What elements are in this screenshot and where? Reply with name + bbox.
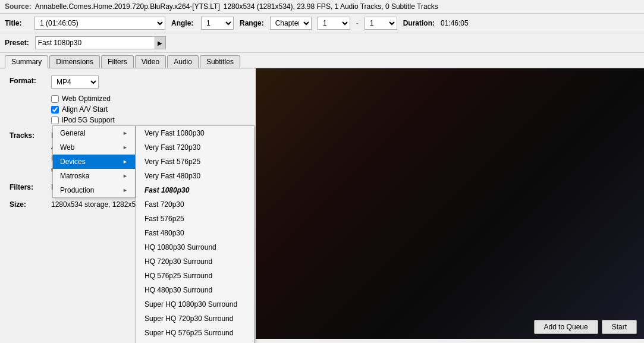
preview-image bbox=[256, 68, 644, 339]
preset-vf720[interactable]: Very Fast 720p30 bbox=[136, 140, 254, 155]
size-label: Size: bbox=[10, 199, 51, 209]
range-label: Range: bbox=[240, 19, 264, 27]
menu-item-production[interactable]: Production ► bbox=[53, 183, 135, 197]
format-row: Format: MP4 Web Optimized Align A/V Star… bbox=[10, 75, 246, 124]
preset-vf1080[interactable]: Very Fast 1080p30 bbox=[136, 126, 254, 140]
tab-summary[interactable]: Summary bbox=[5, 55, 48, 68]
tracks-label: Tracks: bbox=[10, 130, 51, 140]
preset-vf480[interactable]: Very Fast 480p30 bbox=[136, 169, 254, 183]
preset-input-wrap: ▶ bbox=[35, 36, 166, 49]
web-arrow-icon: ► bbox=[122, 144, 128, 150]
ipod-input[interactable] bbox=[51, 117, 59, 124]
checkbox-group: Web Optimized Align A/V Start iPod 5G Su… bbox=[51, 95, 115, 124]
matroska-arrow-icon: ► bbox=[122, 173, 128, 179]
angle-label: Angle: bbox=[171, 19, 195, 27]
tab-filters[interactable]: Filters bbox=[101, 55, 134, 68]
tabs-row: Summary Dimensions Filters Video Audio S… bbox=[0, 53, 644, 68]
preset-f720[interactable]: Fast 720p30 bbox=[136, 197, 254, 212]
production-arrow-icon: ► bbox=[122, 187, 128, 193]
preset-input[interactable] bbox=[36, 37, 155, 49]
preset-vf576[interactable]: Very Fast 576p25 bbox=[136, 155, 254, 169]
tab-subtitles[interactable]: Subtitles bbox=[200, 55, 240, 68]
format-controls: MP4 Web Optimized Align A/V Start iPod 5… bbox=[51, 75, 115, 124]
filters-label: Filters: bbox=[10, 182, 51, 191]
duration-label: Duration: bbox=[403, 19, 435, 27]
add-to-queue-button[interactable]: Add to Queue bbox=[534, 320, 598, 334]
format-select[interactable]: MP4 bbox=[51, 75, 99, 89]
range-to-select[interactable]: 1 bbox=[365, 17, 397, 30]
format-label: Format: bbox=[10, 75, 51, 85]
title-select[interactable]: 1 (01:46:05) bbox=[34, 17, 165, 30]
general-arrow-icon: ► bbox=[122, 130, 128, 136]
source-label: Source: bbox=[5, 2, 32, 11]
tab-video[interactable]: Video bbox=[135, 55, 166, 68]
preset-row: Preset: ▶ bbox=[0, 33, 644, 53]
menu-item-devices[interactable]: Devices ► bbox=[53, 155, 135, 169]
preset-shq1080[interactable]: Super HQ 1080p30 Surround bbox=[136, 297, 254, 311]
start-button[interactable]: Start bbox=[602, 320, 637, 334]
bottom-bar: Add to Queue Start bbox=[534, 320, 637, 334]
preview-area bbox=[256, 68, 644, 339]
preset-shq576[interactable]: Super HQ 576p25 Surround bbox=[136, 326, 254, 340]
preset-menu-level1: General ► Web ► Devices ► Matroska ► Pro… bbox=[52, 125, 136, 198]
preset-hq720[interactable]: HQ 720p30 Surround bbox=[136, 254, 254, 269]
preset-arrow-button[interactable]: ▶ bbox=[155, 37, 165, 49]
ipod-checkbox[interactable]: iPod 5G Support bbox=[51, 116, 115, 124]
web-optimized-label: Web Optimized bbox=[62, 95, 111, 103]
source-bar: Source: Annabelle.Comes.Home.2019.720p.B… bbox=[0, 0, 644, 14]
preset-hq576[interactable]: HQ 576p25 Surround bbox=[136, 269, 254, 283]
align-av-checkbox[interactable]: Align A/V Start bbox=[51, 105, 115, 114]
tab-audio[interactable]: Audio bbox=[167, 55, 199, 68]
range-type-select[interactable]: Chapters bbox=[270, 17, 312, 30]
preset-shq480[interactable]: Super HQ 480p30 Surround bbox=[136, 340, 254, 343]
source-meta: 1280x534 (1281x534), 23.98 FPS, 1 Audio … bbox=[224, 2, 438, 11]
menu-item-web[interactable]: Web ► bbox=[53, 140, 135, 155]
preset-menu-level2: Very Fast 1080p30 Very Fast 720p30 Very … bbox=[136, 125, 255, 343]
preset-shq720[interactable]: Super HQ 720p30 Surround bbox=[136, 311, 254, 326]
range-from-select[interactable]: 1 bbox=[318, 17, 350, 30]
range-dash: - bbox=[356, 19, 359, 27]
preset-label: Preset: bbox=[5, 39, 29, 47]
ipod-label: iPod 5G Support bbox=[62, 116, 115, 124]
title-label: Title: bbox=[5, 19, 29, 27]
preset-hq480[interactable]: HQ 480p30 Surround bbox=[136, 283, 254, 297]
devices-arrow-icon: ► bbox=[122, 159, 128, 165]
duration-value: 01:46:05 bbox=[441, 19, 469, 27]
menu-item-general[interactable]: General ► bbox=[53, 126, 135, 140]
toolbar-row: Title: 1 (01:46:05) Angle: 1 Range: Chap… bbox=[0, 14, 644, 33]
main-content: Format: MP4 Web Optimized Align A/V Star… bbox=[0, 68, 644, 339]
menu-item-matroska[interactable]: Matroska ► bbox=[53, 169, 135, 183]
web-optimized-checkbox[interactable]: Web Optimized bbox=[51, 95, 115, 103]
align-av-label: Align A/V Start bbox=[62, 105, 108, 114]
angle-select[interactable]: 1 bbox=[201, 17, 234, 30]
preset-hq1080[interactable]: HQ 1080p30 Surround bbox=[136, 240, 254, 254]
preset-f1080[interactable]: Fast 1080p30 bbox=[136, 183, 254, 197]
web-optimized-input[interactable] bbox=[51, 95, 59, 103]
source-filename: Annabelle.Comes.Home.2019.720p.BluRay.x2… bbox=[35, 2, 220, 11]
preset-f480[interactable]: Fast 480p30 bbox=[136, 226, 254, 240]
tab-dimensions[interactable]: Dimensions bbox=[49, 55, 100, 68]
preset-f576[interactable]: Fast 576p25 bbox=[136, 212, 254, 226]
align-av-input[interactable] bbox=[51, 106, 59, 114]
